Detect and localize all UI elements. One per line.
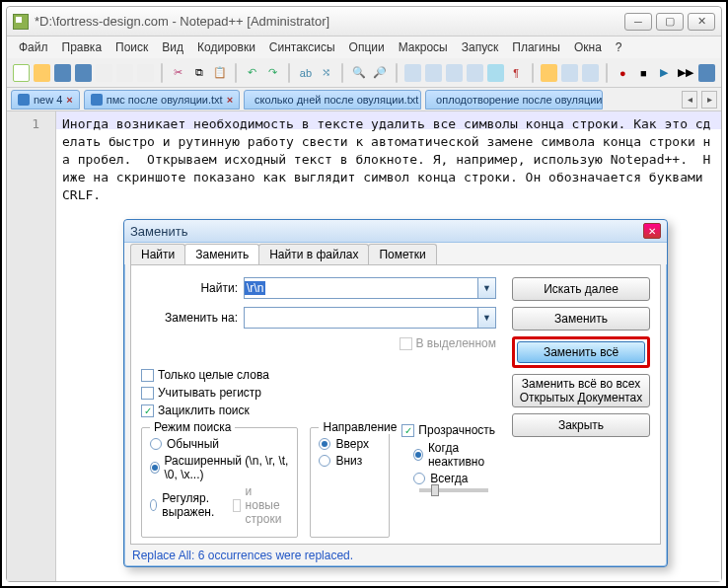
whole-words-checkbox[interactable] [141,369,154,382]
transparency-checkbox[interactable]: ✓ [401,424,414,437]
mode-regex-radio[interactable] [150,499,157,511]
dialog-close-button[interactable]: ✕ [643,223,661,239]
zoomin-icon[interactable]: 🔍 [350,64,367,82]
menu-window[interactable]: Окна [568,38,608,56]
record-icon[interactable]: ● [615,64,631,82]
new-icon[interactable] [13,64,30,82]
doctab-1[interactable]: пмс после овуляции.txt× [84,90,240,110]
paste-icon[interactable]: 📋 [211,64,228,82]
save-icon[interactable] [54,64,71,82]
doctab-3[interactable]: оплодотворение после овуляции.txt× [425,90,603,110]
titlebar: *D:\fortress-design.com - Notepad++ [Adm… [7,7,721,37]
match-case-checkbox[interactable] [141,387,154,400]
toolbar: ✂ ⧉ 📋 ↶ ↷ ab ⤭ 🔍 🔎 ¶ ● ■ ▶ [7,58,721,88]
wrap-checkbox[interactable]: ✓ [141,404,154,417]
transparency-slider[interactable] [419,488,488,492]
trans-always-radio[interactable] [413,473,425,484]
closeall-icon[interactable] [116,64,133,82]
replace-icon[interactable]: ⤭ [318,64,334,82]
tool-icon-2[interactable] [425,64,442,82]
savemacro-icon[interactable] [698,64,715,82]
replace-label: Заменить на: [141,311,238,325]
redo-icon[interactable]: ↷ [264,64,281,82]
doctab-2[interactable]: сколько дней после овуляции.txt× [244,90,421,110]
open-icon[interactable] [34,64,50,82]
menu-encoding[interactable]: Кодировки [191,38,261,56]
file-icon [18,94,30,106]
direction-legend: Направление [319,420,400,434]
menu-search[interactable]: Поиск [109,38,154,56]
tool-icon-3[interactable] [446,64,463,82]
tool-icon-6[interactable] [561,64,578,82]
tool-icon-5[interactable] [541,64,557,82]
in-selection-label: В выделенном [416,336,496,350]
tool-icon-1[interactable] [404,64,421,82]
maximize-button[interactable]: ▢ [656,13,684,31]
menu-view[interactable]: Вид [156,38,189,56]
fast-icon[interactable]: ▶▶ [677,64,694,82]
tab-find-in-files[interactable]: Найти в файлах [258,244,369,264]
mode-legend: Режим поиска [150,420,235,434]
dialog-status: Replace All: 6 occurrences were replaced… [124,549,667,566]
tab-scroll-right[interactable]: ▸ [701,91,717,109]
chevron-down-icon[interactable]: ▼ [477,278,495,298]
main-window: *D:\fortress-design.com - Notepad++ [Adm… [6,6,722,582]
chevron-down-icon[interactable]: ▼ [477,308,495,328]
find-input[interactable]: \r\n ▼ [244,277,496,299]
close-icon[interactable]: × [66,94,72,106]
dir-down-radio[interactable] [319,455,330,467]
dialog-tabs: Найти Заменить Найти в файлах Пометки [124,243,667,264]
find-icon[interactable]: ab [297,64,314,82]
find-label: Найти: [141,281,238,295]
tool-icon-4[interactable] [467,64,483,82]
document-tabs: new 4× пмс после овуляции.txt× сколько д… [7,88,721,111]
close-dialog-button[interactable]: Закрыть [512,413,650,437]
dialog-title: Заменить [130,224,643,239]
mode-extended-radio[interactable] [150,462,160,474]
menu-file[interactable]: Файл [13,38,54,56]
replace-all-docs-button[interactable]: Заменить всё во всех Открытых Документах [512,374,650,407]
line-gutter: 1 [7,111,56,581]
menu-plugins[interactable]: Плагины [506,38,566,56]
window-title: *D:\fortress-design.com - Notepad++ [Adm… [35,14,624,29]
print-icon[interactable] [137,64,154,82]
replace-input[interactable]: ▼ [244,307,496,329]
doctab-new4[interactable]: new 4× [11,90,80,110]
closedoc-icon[interactable] [96,64,112,82]
play-icon[interactable]: ▶ [656,64,673,82]
replace-button[interactable]: Заменить [512,307,650,331]
tab-find[interactable]: Найти [130,244,185,264]
trans-inactive-radio[interactable] [413,449,423,461]
minimize-button[interactable]: ─ [624,13,652,31]
tab-replace[interactable]: Заменить [184,244,259,264]
stop-icon[interactable]: ■ [635,64,652,82]
menu-settings[interactable]: Опции [343,38,391,56]
find-field[interactable] [245,278,477,298]
copy-icon[interactable]: ⧉ [190,64,207,82]
dir-up-radio[interactable] [319,438,330,450]
menu-macro[interactable]: Макросы [393,38,454,56]
menu-run[interactable]: Запуск [456,38,505,56]
undo-icon[interactable]: ↶ [244,64,260,82]
mode-normal-radio[interactable] [150,438,162,450]
tab-scroll-left[interactable]: ◂ [682,91,697,109]
file-icon [91,94,103,106]
replace-all-button[interactable]: Заменить всё [517,341,645,363]
find-next-button[interactable]: Искать далее [512,277,650,301]
zoomout-icon[interactable]: 🔎 [371,64,388,82]
para-icon[interactable]: ¶ [508,64,525,82]
replace-field[interactable] [245,308,477,328]
tab-mark[interactable]: Пометки [368,244,436,264]
menu-help[interactable]: ? [610,38,628,56]
close-icon[interactable]: × [227,94,233,106]
replace-dialog: Заменить ✕ Найти Заменить Найти в файлах… [123,219,668,567]
close-button[interactable]: ✕ [688,13,715,31]
cut-icon[interactable]: ✂ [170,64,186,82]
saveall-icon[interactable] [75,64,92,82]
highlight-frame: Заменить всё [512,336,650,368]
app-icon [13,14,29,30]
menu-language[interactable]: Синтаксисы [263,38,341,56]
tool-icon-7[interactable] [582,64,599,82]
wrap-icon[interactable] [487,64,504,82]
menu-edit[interactable]: Правка [56,38,109,56]
